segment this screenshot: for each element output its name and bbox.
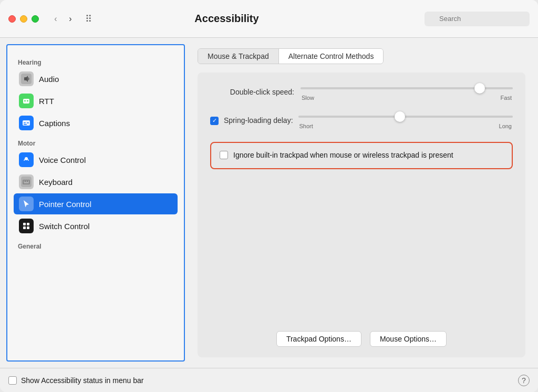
svg-rect-2 [23, 99, 29, 104]
keyboard-icon [19, 174, 34, 189]
close-button[interactable] [8, 15, 16, 23]
double-click-thumb[interactable] [474, 83, 485, 94]
rtt-icon [19, 94, 34, 108]
switch-control-icon [19, 219, 34, 233]
svg-rect-14 [24, 181, 25, 182]
sidebar: Hearing Audio [6, 44, 185, 362]
double-click-label: Double-click speed: [210, 88, 294, 96]
pointer-control-label: Pointer Control [39, 200, 91, 209]
spring-loading-row: ✓ Spring-loading delay: Short Long [210, 111, 513, 129]
show-accessibility-label: Show Accessibility status in menu bar [21, 376, 143, 385]
forward-button[interactable]: › [64, 13, 77, 25]
svg-rect-20 [27, 223, 29, 225]
main-content: Hearing Audio [0, 38, 538, 368]
svg-rect-7 [24, 122, 26, 123]
spring-loading-control: ✓ Spring-loading delay: Short Long [210, 111, 513, 129]
double-click-slider-labels: Slow Fast [301, 95, 513, 101]
footer: Show Accessibility status in menu bar ? [0, 368, 538, 392]
traffic-lights [8, 15, 39, 23]
spring-loading-slider-container: Short Long [298, 111, 513, 129]
spring-loading-slider-labels: Short Long [298, 123, 513, 129]
audio-label: Audio [39, 75, 59, 84]
panel-content: Double-click speed: Slow Fast [198, 73, 525, 357]
maximize-button[interactable] [32, 15, 39, 23]
switch-control-label: Switch Control [39, 222, 90, 231]
audio-icon [19, 71, 34, 86]
voice-control-icon [19, 152, 34, 167]
ignore-trackpad-label: Ignore built-in trackpad when mouse or w… [233, 150, 453, 161]
tab-alternate-control[interactable]: Alternate Control Methods [279, 49, 384, 64]
spring-loading-checkbox[interactable]: ✓ [210, 117, 219, 125]
double-click-slider-track[interactable] [301, 87, 513, 89]
sidebar-item-audio[interactable]: Audio [14, 68, 178, 89]
svg-rect-18 [21, 221, 32, 231]
double-click-slow: Slow [302, 95, 314, 101]
svg-rect-21 [23, 226, 26, 229]
svg-rect-3 [24, 100, 26, 101]
svg-rect-19 [23, 223, 26, 225]
svg-rect-15 [26, 181, 27, 182]
svg-rect-8 [27, 122, 29, 123]
back-button[interactable]: ‹ [49, 13, 62, 25]
svg-rect-16 [28, 181, 29, 182]
section-label-hearing: Hearing [14, 56, 178, 67]
spring-loading-label: Spring-loading delay: [224, 116, 293, 125]
double-click-slider-container: Slow Fast [301, 83, 513, 101]
sidebar-item-keyboard[interactable]: Keyboard [14, 171, 178, 192]
spring-loading-thumb[interactable] [395, 111, 405, 122]
sidebar-item-voice-control[interactable]: Voice Control [14, 149, 178, 170]
footer-checkbox-row: Show Accessibility status in menu bar [8, 376, 518, 385]
captions-icon [19, 116, 34, 130]
double-click-row: Double-click speed: Slow Fast [210, 83, 513, 101]
spring-loading-slider-track[interactable] [298, 116, 513, 118]
svg-rect-4 [27, 100, 28, 101]
minimize-button[interactable] [20, 15, 27, 23]
rtt-label: RTT [39, 97, 54, 106]
search-container: 🔍 [425, 12, 530, 26]
app-window: ‹ › ⠿ Accessibility 🔍 Hearing [0, 0, 538, 392]
show-accessibility-checkbox[interactable] [8, 376, 17, 385]
double-click-fast: Fast [501, 95, 512, 101]
titlebar: ‹ › ⠿ Accessibility 🔍 [0, 0, 538, 38]
captions-label: Captions [39, 119, 70, 128]
trackpad-options-button[interactable]: Trackpad Options… [276, 331, 361, 347]
right-panel: Mouse & Trackpad Alternate Control Metho… [185, 38, 538, 368]
voice-control-label: Voice Control [39, 156, 86, 164]
ignore-trackpad-row: Ignore built-in trackpad when mouse or w… [210, 142, 513, 169]
pointer-icon [19, 197, 34, 211]
spring-loading-short: Short [299, 123, 313, 129]
section-label-general: General [14, 240, 178, 251]
tab-bar: Mouse & Trackpad Alternate Control Metho… [198, 48, 384, 64]
ignore-trackpad-checkbox[interactable] [220, 151, 228, 159]
search-input[interactable] [425, 12, 530, 26]
tab-mouse-trackpad[interactable]: Mouse & Trackpad [198, 49, 279, 64]
spring-loading-long: Long [499, 123, 512, 129]
mouse-options-button[interactable]: Mouse Options… [370, 331, 447, 347]
bottom-buttons: Trackpad Options… Mouse Options… [210, 327, 513, 347]
sidebar-item-switch-control[interactable]: Switch Control [14, 215, 178, 236]
grid-icon[interactable]: ⠿ [85, 13, 92, 25]
sidebar-item-pointer-control[interactable]: Pointer Control [14, 193, 178, 214]
window-title: Accessibility [98, 13, 355, 25]
section-label-motor: Motor [14, 137, 178, 148]
svg-rect-9 [24, 124, 27, 125]
double-click-control: Double-click speed: Slow Fast [210, 83, 513, 101]
nav-buttons: ‹ › [49, 13, 77, 25]
svg-rect-17 [24, 182, 29, 183]
help-button[interactable]: ? [518, 375, 530, 386]
sidebar-item-captions[interactable]: Captions [14, 112, 178, 133]
svg-rect-13 [23, 180, 30, 184]
keyboard-label: Keyboard [39, 178, 73, 187]
svg-rect-22 [27, 226, 29, 229]
sidebar-item-rtt[interactable]: RTT [14, 90, 178, 111]
